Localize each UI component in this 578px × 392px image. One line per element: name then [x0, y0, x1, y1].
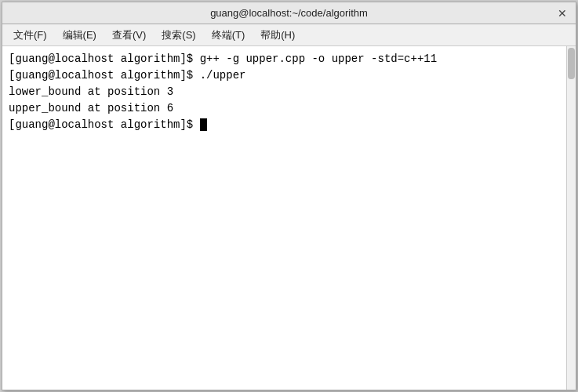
- menu-terminal[interactable]: 终端(T): [204, 25, 253, 45]
- terminal-line-3: lower_bound at position 3: [9, 84, 569, 100]
- terminal-cursor: [200, 118, 207, 131]
- terminal-prompt-5: [guang@localhost algorithm]$: [9, 118, 200, 131]
- window-title: guang@localhost:~/code/algorithm: [23, 7, 555, 19]
- scrollbar[interactable]: [566, 46, 576, 390]
- menu-search[interactable]: 搜索(S): [154, 25, 203, 45]
- titlebar: guang@localhost:~/code/algorithm ✕: [2, 2, 576, 24]
- menu-file[interactable]: 文件(F): [5, 25, 55, 45]
- terminal-line-5: [guang@localhost algorithm]$: [9, 117, 569, 133]
- menu-edit[interactable]: 编辑(E): [55, 25, 104, 45]
- menu-help[interactable]: 帮助(H): [253, 25, 303, 45]
- menu-view[interactable]: 查看(V): [104, 25, 154, 45]
- close-button[interactable]: ✕: [555, 6, 569, 20]
- terminal-line-2: [guang@localhost algorithm]$ ./upper: [9, 67, 569, 84]
- terminal-line-4: upper_bound at position 6: [9, 100, 569, 117]
- menubar: 文件(F) 编辑(E) 查看(V) 搜索(S) 终端(T) 帮助(H): [2, 24, 576, 46]
- terminal-body[interactable]: [guang@localhost algorithm]$ g++ -g uppe…: [2, 46, 576, 390]
- terminal-line-1: [guang@localhost algorithm]$ g++ -g uppe…: [9, 51, 569, 67]
- scrollbar-thumb[interactable]: [568, 48, 575, 79]
- terminal-window: guang@localhost:~/code/algorithm ✕ 文件(F)…: [2, 2, 576, 390]
